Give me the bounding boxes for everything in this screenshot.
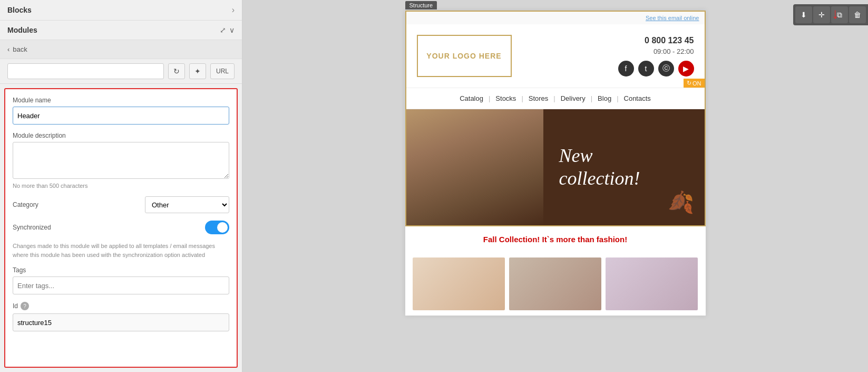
phone-number: 0 800 123 45 [618, 36, 694, 45]
see-email-online-link[interactable]: See this email online [406, 12, 705, 24]
logo-placeholder: YOUR LOGO HERE [417, 35, 512, 77]
category-label: Category [13, 201, 38, 208]
url-button[interactable]: URL [210, 63, 235, 79]
id-group: Id ? [13, 302, 229, 331]
tags-group: Tags [13, 266, 229, 294]
category-select[interactable]: Other Header Footer Content [145, 196, 229, 213]
hero-text: Newcollection! [543, 145, 705, 190]
chevron-right-icon[interactable]: › [232, 5, 235, 15]
email-header: YOUR LOGO HERE 0 800 123 45 09:00 - 22:0… [406, 24, 705, 88]
youtube-icon[interactable]: ▶ [678, 61, 694, 77]
id-label: Id [13, 302, 18, 310]
id-row: Id ? [13, 302, 229, 310]
module-name-group: Module name [13, 97, 229, 125]
product-item-2 [509, 257, 601, 310]
tags-input[interactable] [13, 276, 229, 294]
blocks-title: Blocks [7, 6, 32, 14]
module-description-textarea[interactable] [13, 142, 229, 179]
hero-block: Newcollection! 🍂 [406, 109, 705, 225]
left-panel: Blocks › Modules ⤢ ∨ ‹ back ↻ ✦ URL Modu… [0, 0, 242, 372]
facebook-icon[interactable]: f [618, 61, 634, 77]
hero-photo-overlay [406, 109, 543, 225]
nav-blog[interactable]: Blog [598, 94, 611, 102]
email-wrapper: Structure See this email online YOUR LOG… [242, 0, 868, 372]
on-badge-label: ON [693, 80, 701, 87]
char-limit-text: No more than 500 characters [13, 183, 229, 189]
magic-button[interactable]: ✦ [189, 63, 206, 79]
question-mark: ? [23, 303, 26, 309]
header-right: 0 800 123 45 09:00 - 22:00 f t ⓒ ▶ [618, 36, 694, 77]
hero-photo [406, 109, 543, 225]
twitter-icon[interactable]: t [638, 61, 654, 77]
module-description-group: Module description No more than 500 char… [13, 132, 229, 189]
back-button[interactable]: ‹ back [0, 40, 242, 59]
sync-icon-small: ↻ [687, 80, 691, 87]
on-badge: ↻ ON [684, 79, 705, 88]
product-item-1 [413, 257, 505, 310]
nav-stocks[interactable]: Stocks [495, 94, 516, 102]
modules-controls: ⤢ ∨ [220, 26, 235, 34]
synchronized-label: Synchronized [13, 224, 51, 231]
nav-catalog[interactable]: Catalog [460, 94, 483, 102]
blocks-header: Blocks › [0, 0, 242, 21]
structure-block: Structure See this email online YOUR LOG… [405, 11, 706, 226]
id-input[interactable] [13, 313, 229, 331]
toolbar-row: ↻ ✦ URL [0, 59, 242, 84]
synchronized-toggle[interactable] [205, 221, 229, 234]
sync-note: Changes made to this module will be appl… [13, 242, 229, 259]
modules-header: Modules ⤢ ∨ [0, 21, 242, 40]
synchronized-row: Synchronized [13, 221, 229, 234]
chevron-left-icon: ‹ [7, 45, 9, 53]
collection-text-block: Fall Collection! It`s more than fashion! [405, 226, 706, 252]
email-container: Structure See this email online YOUR LOG… [405, 11, 706, 316]
modules-title: Modules [7, 26, 37, 34]
email-nav: Catalog | Stocks | Stores | Delivery | B… [406, 88, 705, 109]
expand-icon[interactable]: ⤢ [220, 26, 226, 34]
nav-stores[interactable]: Stores [529, 94, 549, 102]
tags-label: Tags [13, 266, 229, 274]
module-description-label: Module description [13, 132, 229, 139]
product-item-3 [606, 257, 698, 310]
id-help-icon[interactable]: ? [21, 302, 29, 310]
preview-toolbar: ⬇ ✛ ⧉ 🗑 [793, 4, 868, 25]
back-label: back [13, 45, 27, 53]
module-form: Module name Module description No more t… [4, 88, 238, 368]
module-name-label: Module name [13, 97, 229, 104]
search-input[interactable] [7, 63, 164, 79]
move-button[interactable]: ✛ [813, 6, 830, 23]
right-panel: ↓ ⬇ ✛ ⧉ 🗑 Structure See this email onlin… [242, 0, 868, 372]
hero-title: Newcollection! [559, 145, 689, 190]
collection-tagline: Fall Collection! It`s more than fashion! [414, 235, 697, 244]
structure-label: Structure [405, 1, 437, 9]
module-name-input[interactable] [13, 107, 229, 125]
social-icons: f t ⓒ ▶ [618, 61, 694, 77]
nav-delivery[interactable]: Delivery [561, 94, 586, 102]
working-hours: 09:00 - 22:00 [618, 47, 694, 55]
instagram-icon[interactable]: ⓒ [658, 61, 674, 77]
red-arrow-icon: ↓ [832, 5, 839, 22]
category-row: Category Other Header Footer Content [13, 196, 229, 213]
delete-button[interactable]: 🗑 [849, 6, 866, 23]
download-button[interactable]: ⬇ [795, 6, 812, 23]
chevron-down-icon[interactable]: ∨ [229, 26, 235, 34]
nav-contacts[interactable]: Contacts [624, 94, 651, 102]
product-grid [405, 252, 706, 316]
refresh-button[interactable]: ↻ [168, 63, 185, 79]
hero-leaves-icon: 🍂 [668, 190, 694, 215]
